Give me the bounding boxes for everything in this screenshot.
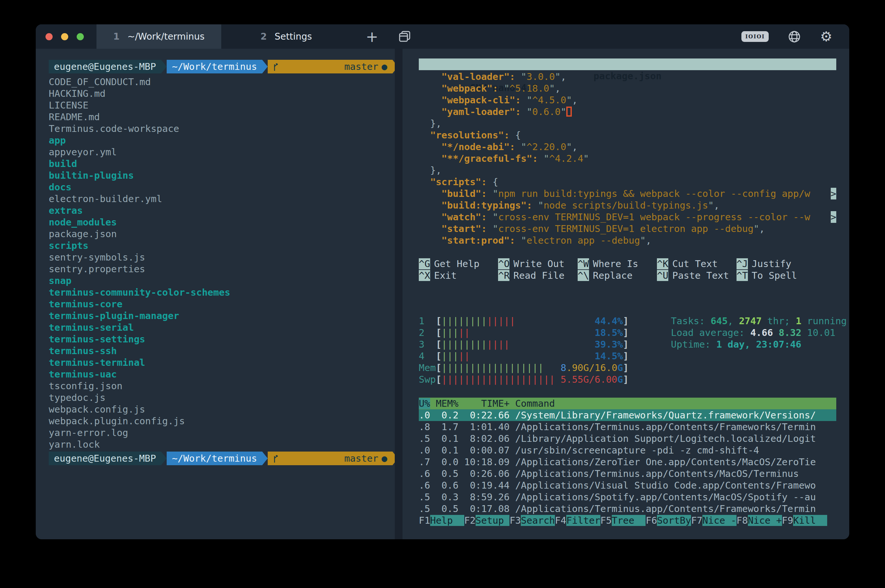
nano-line: "*/node-abi": "^2.20.0", (419, 141, 836, 153)
cpu-meter-4: 4 [|||||14.5%] (419, 350, 836, 362)
file-entry: CODE_OF_CONDUCT.md (49, 76, 395, 88)
nano-line: "yaml-loader": "0.6.0" (419, 106, 836, 118)
close-button[interactable] (45, 33, 52, 40)
fkey-f3[interactable]: F3Search (509, 514, 555, 526)
nano-shortcut-where-is[interactable]: ^WWhere Is (578, 258, 657, 270)
nano-shortcut-to-spell[interactable]: ^TTo Spell (736, 270, 816, 281)
file-entry: terminus-community-color-schemes (49, 286, 395, 298)
htop-summary-line: Uptime: 1 day, 23:07:46 (671, 339, 847, 350)
process-row-selected[interactable]: .0 0.2 0:22.66 /System/Library/Framework… (419, 410, 836, 421)
nano-shortcut-replace[interactable]: ^\Replace (578, 270, 657, 281)
file-entry: terminus-uac (49, 368, 395, 380)
nano-body: "val-loader": "3.0.0", "webpack": "^5.18… (419, 71, 836, 246)
process-row[interactable]: .8 1.7 1:01.40 /Applications/Terminus.ap… (419, 421, 836, 433)
file-entry: appveyor.yml (49, 146, 395, 158)
process-row[interactable]: .5 0.1 8:02.06 /Library/Application Supp… (419, 433, 836, 444)
traffic-lights (36, 24, 96, 49)
process-row[interactable]: .6 0.6 0:19.44 /Applications/Visual Stud… (419, 480, 836, 491)
tab-work-terminus[interactable]: 1 ~/Work/terminus (96, 24, 221, 49)
file-entry: terminus-core (49, 298, 395, 310)
file-entry: build (49, 158, 395, 170)
fkey-f9[interactable]: F9Kill (782, 514, 828, 526)
serial-port-icon[interactable]: IOIOI (741, 31, 769, 42)
fkey-f2[interactable]: F2Setup (464, 514, 510, 526)
file-entry: terminus-plugin-manager (49, 310, 395, 322)
file-entry: yarn.lock (49, 439, 395, 450)
prompt-path-segment: ~/Work/terminus (166, 452, 262, 465)
nano-shortcut-exit[interactable]: ^XExit (419, 270, 498, 281)
fkey-f8[interactable]: F8Nice + (736, 514, 782, 526)
nano-shortcut-get-help[interactable]: ^GGet Help (419, 258, 498, 270)
git-dirty-dot: ● (381, 61, 387, 72)
swap-meter: Swp[||||||||||||||||||||5.55G/6.00G] (419, 374, 836, 385)
title-bar: 1 ~/Work/terminus 2 Settings + IOIOI (36, 24, 849, 49)
fkey-f7[interactable]: F7Nice - (691, 514, 736, 526)
process-row[interactable]: .5 0.3 8:59.26 /Applications/Spotify.app… (419, 491, 836, 503)
git-dirty-dot: ● (381, 453, 387, 464)
file-entry: docs (49, 181, 395, 193)
process-row[interactable]: .0 0.1 0:00.07 /usr/sbin/screencapture -… (419, 444, 836, 456)
git-branch-name: master (344, 453, 378, 464)
htop-function-key-bar: F1Help F2Setup F3SearchF4FilterF5Tree F6… (419, 514, 836, 526)
file-entry: snap (49, 275, 395, 286)
file-entry: builtin-plugins (49, 170, 395, 181)
fkey-f4[interactable]: F4Filter (555, 514, 600, 526)
shell-prompt-current: eugene@Eugenes-MBP ~/Work/terminus maste… (49, 452, 395, 465)
nano-line: }, (419, 118, 836, 129)
tab-number: 1 (113, 31, 119, 42)
nano-shortcuts-row1: ^GGet Help^OWrite Out^WWhere Is^KCut Tex… (419, 258, 836, 270)
line-truncated-marker: > (831, 211, 836, 223)
git-branch-name: master (344, 61, 378, 72)
process-table-header[interactable]: U% MEM% TIME+ Command (419, 398, 836, 410)
new-window-button[interactable] (393, 24, 416, 49)
fkey-f6[interactable]: F6SortBy (645, 514, 691, 526)
process-row[interactable]: .7 0.0 10:18.09 /Applications/ZeroTier O… (419, 456, 836, 468)
htop-process-table: U% MEM% TIME+ Command.0 0.2 0:22.66 /Sys… (419, 398, 836, 514)
file-entry: terminus-terminal (49, 357, 395, 368)
fkey-f5[interactable]: F5Tree (600, 514, 646, 526)
nano-line: "start:prod": "electron app --debug", (419, 234, 836, 246)
file-entry: webpack.config.js (49, 404, 395, 415)
minimize-button[interactable] (61, 33, 68, 40)
right-terminal-pane[interactable]: package.json GNU nano 4.5 "val-loader": … (402, 49, 849, 539)
nano-line: "watch": "cross-env TERMINUS_DEV=1 webpa… (419, 211, 836, 223)
pane-divider[interactable] (395, 49, 402, 539)
fkey-f1[interactable]: F1Help (419, 514, 464, 526)
sort-column-header: U% (419, 398, 430, 409)
nano-line: "build": "npm run build:typings && webpa… (419, 188, 836, 200)
nano-line: "build:typings": "node scripts/build-typ… (419, 200, 836, 211)
powerline-arrow-icon (262, 60, 268, 74)
globe-icon[interactable] (788, 30, 801, 44)
duplicate-window-icon (398, 30, 412, 44)
file-entry: typedoc.js (49, 392, 395, 404)
plus-icon: + (366, 28, 378, 45)
terminal-pane[interactable]: eugene@Eugenes-MBP ~/Work/terminus maste… (36, 49, 395, 539)
nano-shortcut-justify[interactable]: ^JJustify (736, 258, 816, 270)
file-entry: yarn-error.log (49, 427, 395, 439)
nano-line: "webpack-cli": "^4.5.0", (419, 94, 836, 106)
settings-gear-icon[interactable]: ⚙ (820, 28, 832, 45)
shell-prompt: eugene@Eugenes-MBP ~/Work/terminus maste… (49, 60, 395, 74)
nano-shortcut-read-file[interactable]: ^RRead File (498, 270, 578, 281)
app-window: 1 ~/Work/terminus 2 Settings + IOIOI (36, 24, 849, 539)
process-row[interactable]: .5 0.5 0:17.08 /Applications/Terminus.ap… (419, 503, 836, 514)
process-row[interactable]: .6 0.5 0:26.06 /Applications/Terminus.ap… (419, 468, 836, 480)
htop-meters: 1 [|||||||||||||44.4%]2 [|||||18.5%]3 [|… (419, 315, 836, 385)
file-entry: sentry-symbols.js (49, 252, 395, 263)
nano-shortcut-write-out[interactable]: ^OWrite Out (498, 258, 578, 270)
nano-shortcuts-row2: ^XExit^RRead File^\Replace^UPaste Text^T… (419, 270, 836, 281)
nano-shortcut-paste-text[interactable]: ^UPaste Text (657, 270, 736, 281)
htop-summary-line: Tasks: 645, 2747 thr; 1 running (671, 315, 847, 327)
nano-cursor (566, 106, 572, 117)
tab-settings[interactable]: 2 Settings (221, 24, 351, 49)
nano-shortcut-cut-text[interactable]: ^KCut Text (657, 258, 736, 270)
maximize-button[interactable] (76, 33, 84, 40)
tab-title: Settings (274, 31, 312, 42)
file-entry: terminus-settings (49, 333, 395, 345)
file-list: CODE_OF_CONDUCT.mdHACKING.mdLICENSEREADM… (49, 76, 395, 450)
file-entry: README.md (49, 111, 395, 123)
tab-number: 2 (261, 31, 267, 42)
new-tab-button[interactable]: + (362, 24, 382, 49)
file-entry: terminus-serial (49, 322, 395, 333)
file-entry: terminus-ssh (49, 345, 395, 357)
